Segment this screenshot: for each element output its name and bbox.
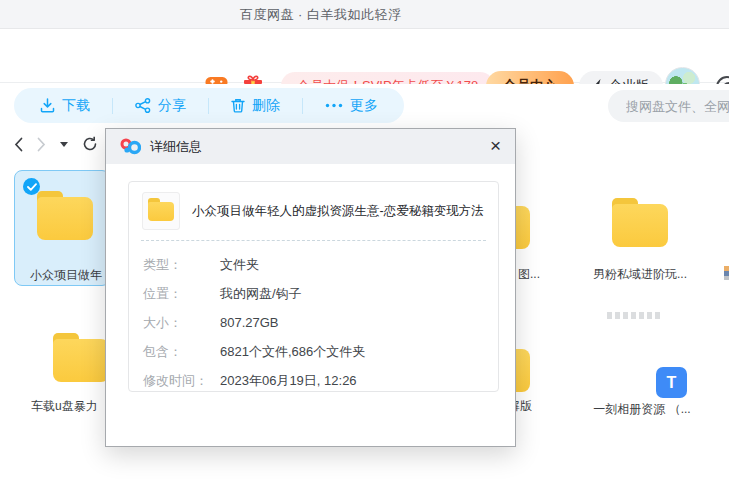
nav-controls	[14, 136, 98, 152]
dialog-content-box: 小众项目做年轻人的虚拟资源生意-恋爱秘籍变现方法 类型： 文件夹 位置： 我的网…	[128, 181, 499, 392]
field-row-contains: 包含： 6821个文件,686个文件夹	[143, 337, 498, 366]
field-value: 6821个文件,686个文件夹	[220, 343, 365, 361]
folder-icon[interactable]	[612, 204, 668, 247]
folder-icon	[37, 197, 93, 240]
dialog-header[interactable]: 详细信息 ×	[106, 129, 515, 164]
details-dialog: 详细信息 × 小众项目做年轻人的虚拟资源生意-恋爱秘籍变现方法 类型： 文件夹 …	[105, 128, 516, 447]
netdisk-logo-icon	[120, 138, 141, 155]
folder-thumbnail	[142, 192, 180, 230]
folder-icon[interactable]	[53, 339, 109, 382]
field-value: 2023年06月19日, 12:26	[220, 372, 357, 390]
field-label: 位置：	[143, 285, 220, 303]
close-icon[interactable]: ×	[490, 133, 501, 159]
folder-card-selected[interactable]: 小众项目做年	[14, 170, 110, 286]
refresh-button[interactable]	[82, 136, 98, 152]
file-name-row: 小众项目做年轻人的虚拟资源生意-恋爱秘籍变现方法	[129, 182, 498, 240]
app-window: 百度网盘 · 白羊我如此轻浮 会员大促！SVIP年卡低至￥178 会员中心	[0, 0, 729, 480]
field-label: 类型：	[143, 256, 220, 274]
dialog-title: 详细信息	[150, 138, 202, 156]
blurred-small-text	[607, 312, 663, 319]
field-row-location: 位置： 我的网盘/钩子	[143, 279, 498, 308]
clipped-item-edge	[724, 266, 729, 280]
folder-label[interactable]: 一刻相册资源 （...	[580, 401, 704, 418]
field-value: 我的网盘/钩子	[220, 285, 302, 303]
folder-label[interactable]: 图...	[518, 266, 540, 283]
folder-label[interactable]: 男粉私域进阶玩...	[584, 266, 696, 283]
folder-icon	[148, 202, 174, 221]
field-row-size: 大小： 807.27GB	[143, 308, 498, 337]
folder-label: 小众项目做年	[24, 267, 108, 284]
detail-fields: 类型： 文件夹 位置： 我的网盘/钩子 大小： 807.27GB 包含： 682…	[129, 241, 498, 395]
folder-label[interactable]: 车载u盘暴力	[31, 398, 109, 415]
field-value: 807.27GB	[220, 315, 279, 330]
field-row-type: 类型： 文件夹	[143, 250, 498, 279]
file-name: 小众项目做年轻人的虚拟资源生意-恋爱秘籍变现方法	[192, 203, 484, 220]
forward-button[interactable]	[37, 137, 46, 152]
field-label: 包含：	[143, 343, 220, 361]
txt-file-letter: T	[667, 374, 677, 392]
field-value: 文件夹	[220, 256, 259, 274]
field-label: 大小：	[143, 314, 220, 332]
back-button[interactable]	[14, 137, 23, 152]
history-dropdown[interactable]	[60, 142, 68, 147]
txt-file-icon[interactable]: T	[656, 367, 687, 398]
field-row-modified: 修改时间： 2023年06月19日, 12:26	[143, 366, 498, 395]
chevron-down-icon	[60, 142, 68, 147]
field-label: 修改时间：	[143, 372, 220, 390]
